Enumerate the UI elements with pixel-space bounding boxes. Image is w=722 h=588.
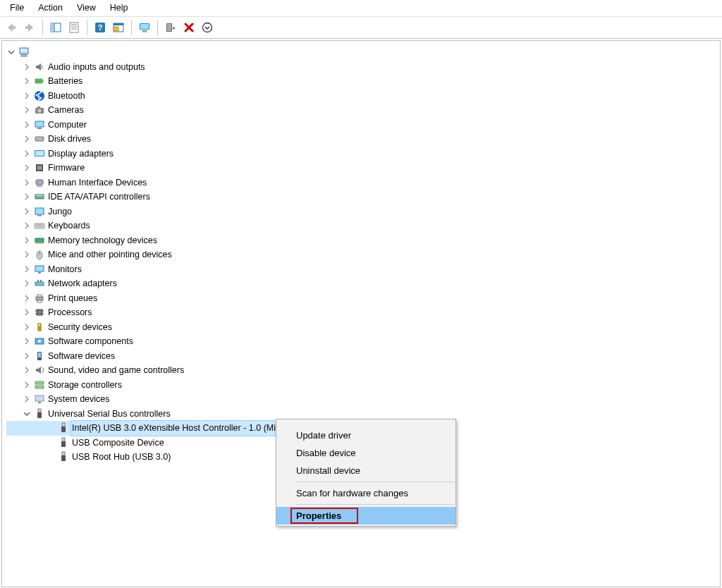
tree-expand-toggle[interactable] xyxy=(22,394,32,404)
ctx-scan-hardware[interactable]: Scan for hardware changes xyxy=(276,484,455,502)
context-menu-separator xyxy=(296,504,454,505)
tree-expand-toggle[interactable] xyxy=(22,76,32,86)
swcomp-icon xyxy=(33,335,46,348)
tree-category[interactable]: Firmware xyxy=(6,161,720,176)
show-hide-tree-button[interactable] xyxy=(47,19,64,36)
help-button[interactable]: ? xyxy=(92,19,109,36)
cpu-icon xyxy=(33,306,46,319)
tree-device[interactable]: Intel(R) USB 3.0 eXtensible Host Control… xyxy=(6,421,319,436)
ctx-uninstall-device[interactable]: Uninstall device xyxy=(276,462,455,479)
menu-view[interactable]: View xyxy=(70,1,103,14)
tree-category[interactable]: Network adapters xyxy=(6,276,720,291)
svg-rect-57 xyxy=(37,310,42,315)
tree-category[interactable]: Security devices xyxy=(6,320,720,335)
tree-expand-toggle[interactable] xyxy=(22,192,32,202)
tree-category[interactable]: Print queues xyxy=(6,291,720,306)
properties-button[interactable] xyxy=(66,19,82,36)
tree-expand-toggle[interactable] xyxy=(22,322,32,332)
ctx-properties[interactable]: Properties xyxy=(276,507,455,525)
svg-rect-15 xyxy=(142,32,147,32)
tree-root[interactable] xyxy=(6,45,720,60)
tree-expand-toggle[interactable] xyxy=(22,278,32,288)
tree-category[interactable]: Disk drives xyxy=(6,132,720,147)
tree-category[interactable]: Mice and other pointing devices xyxy=(6,247,720,262)
tree-expand-toggle[interactable] xyxy=(22,163,32,173)
tree-expand-toggle[interactable] xyxy=(22,409,32,419)
svg-rect-27 xyxy=(37,106,40,108)
tree-category[interactable]: Display adapters xyxy=(6,147,720,161)
svg-rect-50 xyxy=(38,272,41,274)
svg-rect-38 xyxy=(35,195,44,199)
tree-category[interactable]: Software devices xyxy=(6,349,720,364)
tree-expand-toggle[interactable] xyxy=(6,47,16,57)
tree-category[interactable]: Batteries xyxy=(6,74,720,89)
view-devices-button[interactable] xyxy=(136,19,153,36)
menu-bar: File Action View Help xyxy=(0,0,722,16)
tree-expand-toggle[interactable] xyxy=(22,293,32,303)
tree-leaf-spacer xyxy=(46,438,56,448)
tree-category[interactable]: Software components xyxy=(6,334,720,349)
ctx-disable-device[interactable]: Disable device xyxy=(276,444,455,462)
tree-category[interactable]: Bluetooth xyxy=(6,89,720,104)
tree-category[interactable]: Memory technology devices xyxy=(6,233,720,248)
chevron-right-icon xyxy=(23,63,30,71)
back-button[interactable] xyxy=(3,19,20,36)
properties-sheet-icon xyxy=(68,22,80,33)
tree-expand-toggle[interactable] xyxy=(22,207,32,216)
device-tree[interactable]: Audio inputs and outputsBatteriesBluetoo… xyxy=(2,41,720,465)
tree-category[interactable]: System devices xyxy=(6,392,720,407)
svg-marker-18 xyxy=(173,27,176,30)
tree-expand-toggle[interactable] xyxy=(22,351,32,361)
tree-category[interactable]: Cameras xyxy=(6,103,720,118)
svg-rect-74 xyxy=(62,423,65,427)
svg-point-26 xyxy=(38,109,42,113)
tree-expand-toggle[interactable] xyxy=(22,149,32,159)
action-window-button[interactable] xyxy=(110,19,127,36)
menu-help[interactable]: Help xyxy=(103,1,135,14)
chevron-right-icon xyxy=(23,121,30,128)
tree-expand-toggle[interactable] xyxy=(22,62,32,72)
svg-point-65 xyxy=(38,340,41,343)
tree-category[interactable]: Sound, video and game controllers xyxy=(6,363,720,378)
tree-expand-toggle[interactable] xyxy=(22,235,32,245)
tree-category[interactable]: Jungo xyxy=(6,204,720,219)
tree-expand-toggle[interactable] xyxy=(22,250,32,259)
svg-rect-77 xyxy=(61,441,66,447)
tree-category[interactable]: Human Interface Devices xyxy=(6,176,720,190)
uninstall-device-button[interactable] xyxy=(180,19,197,36)
tree-expand-toggle[interactable] xyxy=(22,134,32,144)
tree-expand-toggle[interactable] xyxy=(22,105,32,115)
battery-icon xyxy=(33,75,46,87)
tree-category[interactable]: Monitors xyxy=(6,262,720,277)
tree-expand-toggle[interactable] xyxy=(22,91,32,101)
chevron-right-icon xyxy=(23,208,30,215)
menu-file[interactable]: File xyxy=(3,1,31,14)
tree-category[interactable]: IDE ATA/ATAPI controllers xyxy=(6,190,720,204)
svg-rect-70 xyxy=(35,396,44,401)
arrow-left-icon xyxy=(6,22,17,33)
help-icon: ? xyxy=(94,22,106,33)
tree-category[interactable]: Storage controllers xyxy=(6,378,720,393)
more-actions-button[interactable] xyxy=(199,19,216,36)
tree-expand-toggle[interactable] xyxy=(22,336,32,346)
svg-rect-7 xyxy=(95,23,105,32)
tree-expand-toggle[interactable] xyxy=(22,120,32,130)
svg-rect-36 xyxy=(36,180,43,185)
chevron-right-icon xyxy=(23,353,30,360)
svg-rect-56 xyxy=(37,300,42,302)
tree-expand-toggle[interactable] xyxy=(22,380,32,390)
tree-expand-toggle[interactable] xyxy=(22,264,32,274)
menu-action[interactable]: Action xyxy=(31,1,70,14)
tree-category[interactable]: Keyboards xyxy=(6,219,720,233)
tree-category[interactable]: Processors xyxy=(6,305,720,320)
tree-category[interactable]: Computer xyxy=(6,118,720,133)
tree-category[interactable]: Audio inputs and outputs xyxy=(6,60,720,75)
ctx-update-driver[interactable]: Update driver xyxy=(276,427,455,444)
tree-expand-toggle[interactable] xyxy=(22,178,32,188)
forward-button[interactable] xyxy=(21,19,38,36)
tree-expand-toggle[interactable] xyxy=(22,365,32,375)
scan-hardware-button[interactable] xyxy=(162,19,179,36)
tree-expand-toggle[interactable] xyxy=(22,307,32,317)
svg-rect-22 xyxy=(35,79,42,83)
tree-expand-toggle[interactable] xyxy=(22,221,32,231)
